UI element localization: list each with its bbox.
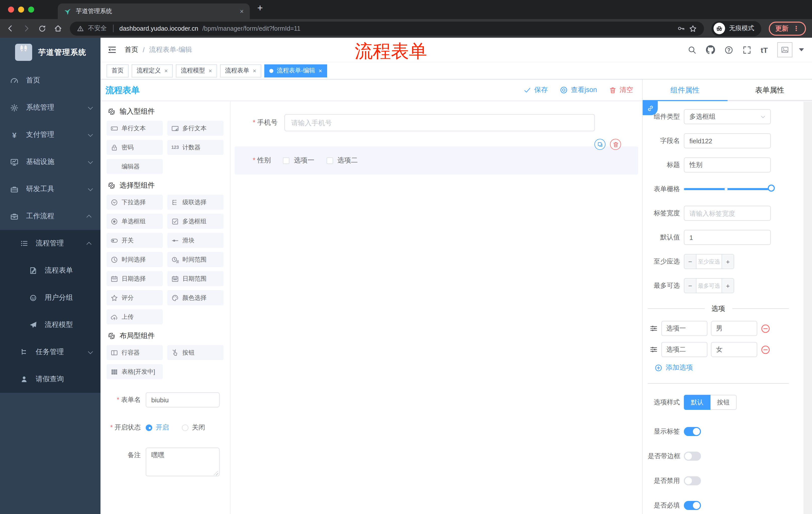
min-select-input[interactable]	[696, 254, 722, 269]
status-radio-on[interactable]: 开启	[146, 423, 169, 432]
required-toggle[interactable]	[684, 501, 701, 510]
stepper-plus-button[interactable]: +	[722, 254, 734, 269]
back-icon[interactable]	[6, 24, 14, 33]
tag-process-form-edit[interactable]: 流程表单-编辑 ×	[264, 64, 327, 77]
sidebar-item-process-management[interactable]: 流程管理	[0, 230, 100, 257]
comp-time-range[interactable]: 时间范围	[167, 252, 224, 267]
form-remark-textarea[interactable]: 嘿嘿	[146, 448, 220, 476]
style-default-button[interactable]: 默认	[684, 395, 710, 410]
duplicate-component-button[interactable]	[594, 139, 606, 150]
browser-tab[interactable]: 芋道管理系统 ×	[58, 3, 250, 19]
browser-update-button[interactable]: 更新 ⋮	[769, 21, 806, 35]
component-type-select[interactable]: 多选框组	[684, 109, 771, 124]
window-zoom-button[interactable]	[28, 6, 34, 12]
tab-close-icon[interactable]: ×	[240, 7, 244, 15]
home-icon[interactable]	[54, 24, 62, 33]
remove-option-icon[interactable]	[761, 324, 770, 333]
forward-icon[interactable]	[22, 24, 31, 33]
comp-upload[interactable]: 上传	[107, 309, 163, 324]
gender-option-2[interactable]: 选项二	[326, 156, 358, 165]
drag-handle-icon[interactable]	[650, 346, 658, 354]
avatar-caret-icon[interactable]	[799, 48, 804, 51]
comp-password[interactable]: 密码	[107, 140, 163, 155]
sidebar-item-system[interactable]: 系统管理	[0, 94, 100, 121]
tag-close-icon[interactable]: ×	[319, 67, 322, 74]
form-name-input[interactable]	[146, 392, 220, 407]
remove-option-icon[interactable]	[761, 345, 770, 354]
url-field[interactable]: 不安全 dashboard.yudao.iocoder.cn/bpm/manag…	[70, 21, 704, 35]
avatar[interactable]	[777, 42, 792, 57]
fullscreen-icon[interactable]	[743, 46, 751, 54]
stepper-plus-button[interactable]: +	[722, 279, 734, 293]
font-size-icon[interactable]: tT	[761, 46, 768, 54]
save-button[interactable]: 保存	[524, 85, 548, 94]
slider-handle[interactable]	[768, 185, 775, 192]
tag-process-definition[interactable]: 流程定义 ×	[132, 64, 173, 77]
window-close-button[interactable]	[8, 6, 14, 12]
tag-close-icon[interactable]: ×	[208, 67, 212, 74]
comp-counter[interactable]: 123 计数器	[167, 140, 224, 155]
default-value-input[interactable]	[684, 230, 771, 245]
tag-close-icon[interactable]: ×	[253, 67, 256, 74]
comp-editor[interactable]: 编辑器	[107, 159, 163, 174]
password-key-icon[interactable]	[677, 25, 685, 32]
delete-component-button[interactable]	[610, 139, 621, 150]
tag-close-icon[interactable]: ×	[164, 67, 168, 74]
with-border-toggle[interactable]	[684, 452, 701, 461]
reload-icon[interactable]	[38, 24, 46, 32]
sidebar-item-process-form[interactable]: 流程表单	[0, 257, 100, 284]
option-label-input[interactable]	[661, 321, 707, 336]
checkbox[interactable]	[283, 157, 289, 164]
bookmark-star-icon[interactable]	[689, 24, 697, 32]
sidebar-item-home[interactable]: 首页	[0, 67, 100, 94]
tag-process-model[interactable]: 流程模型 ×	[176, 64, 217, 77]
style-button-button[interactable]: 按钮	[710, 395, 736, 410]
phone-input[interactable]	[284, 114, 595, 131]
comp-cascader[interactable]: 级联选择	[167, 195, 224, 210]
view-json-button[interactable]: 查看json	[560, 85, 597, 94]
comp-time-picker[interactable]: 时间选择	[107, 252, 163, 267]
comp-row-container[interactable]: 行容器	[107, 345, 163, 360]
link-tag[interactable]	[643, 101, 658, 115]
sidebar-item-payment[interactable]: ¥ 支付管理	[0, 121, 100, 148]
comp-table[interactable]: 表格[开发中]	[107, 364, 163, 379]
comp-button[interactable]: 按钮	[167, 345, 224, 360]
comp-single-line-text[interactable]: 单行文本	[107, 121, 163, 136]
gender-option-1[interactable]: 选项一	[283, 156, 314, 165]
tag-process-form[interactable]: 流程表单 ×	[220, 64, 261, 77]
comp-radio-group[interactable]: 单选框组	[107, 214, 163, 229]
stepper-minus-button[interactable]: −	[685, 279, 696, 293]
sidebar-item-process-model[interactable]: 流程模型	[0, 311, 100, 339]
sidebar-item-workflow[interactable]: 工作流程	[0, 203, 100, 230]
field-gender-selected[interactable]: 性别 选项一 选项二	[235, 146, 638, 174]
new-tab-button[interactable]: +	[257, 2, 263, 13]
panel-scrollbar-gutter[interactable]	[804, 102, 812, 514]
option-label-input[interactable]	[661, 342, 707, 357]
status-radio-off[interactable]: 关闭	[182, 423, 205, 432]
breadcrumb-home[interactable]: 首页	[125, 45, 138, 54]
sidebar-item-user-group[interactable]: 用户分组	[0, 284, 100, 311]
sidebar-item-infrastructure[interactable]: 基础设施	[0, 148, 100, 175]
option-value-input[interactable]	[711, 342, 757, 357]
browser-menu-dots-icon[interactable]: ⋮	[793, 25, 800, 32]
comp-date-range[interactable]: 日期范围	[167, 271, 224, 286]
drag-handle-icon[interactable]	[650, 324, 658, 332]
add-option-button[interactable]: 添加选项	[655, 363, 798, 372]
form-grid-slider[interactable]	[684, 182, 771, 197]
window-minimize-button[interactable]	[18, 6, 24, 12]
comp-rate[interactable]: 评分	[107, 290, 163, 305]
help-icon[interactable]	[725, 46, 733, 54]
tab-component-props[interactable]: 组件属性	[643, 79, 727, 101]
tab-form-props[interactable]: 表单属性	[727, 79, 812, 101]
comp-color-picker[interactable]: 颜色选择	[167, 290, 224, 305]
sidebar-item-task-management[interactable]: 任务管理	[0, 339, 100, 366]
slider-track[interactable]	[684, 188, 771, 190]
comp-checkbox-group[interactable]: 多选框组	[167, 214, 224, 229]
sidebar-item-leave-query[interactable]: 请假查询	[0, 366, 100, 393]
option-value-input[interactable]	[711, 321, 757, 336]
checkbox[interactable]	[326, 157, 333, 164]
comp-select[interactable]: 下拉选择	[107, 195, 163, 210]
label-width-input[interactable]	[684, 206, 771, 221]
comp-date-picker[interactable]: 日期选择	[107, 271, 163, 286]
disabled-toggle[interactable]	[684, 476, 701, 485]
